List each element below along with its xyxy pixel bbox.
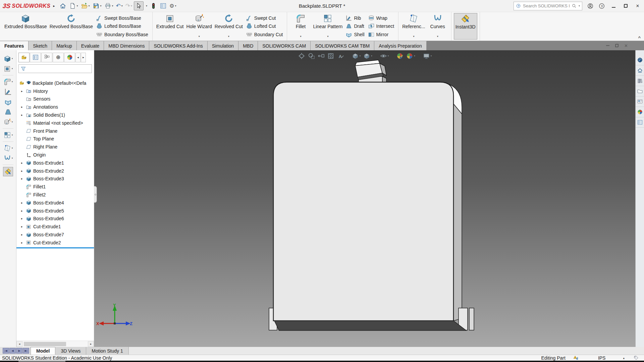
design-library-button[interactable] [636,76,644,86]
ribbon-collapse-button[interactable]: ^ [638,35,641,40]
tree-item-boss-extrude6[interactable]: ▸Boss-Extrude6 [16,215,94,223]
swept-boss-base-button[interactable]: Swept Boss/Base [95,14,149,22]
scrollbar-thumb[interactable] [24,342,66,346]
search-input[interactable]: Search SOLIDWORKS Help ▾ [514,2,582,10]
tab-analysis-preparation[interactable]: Analysis Preparation [374,41,426,50]
lofted-cut-button[interactable]: Lofted Cut [245,22,284,30]
tree-item-boss-extrude4[interactable]: ▸Boss-Extrude4 [16,199,94,207]
shell-button[interactable]: Shell [344,31,365,39]
previous-tab-button[interactable]: ◀ [9,348,16,354]
last-tab-button[interactable]: ▶| [23,348,29,354]
rib-shortcut-button[interactable] [3,87,13,96]
tree-item-boss-extrude5[interactable]: ▸Boss-Extrude5 [16,207,94,215]
options-button[interactable]: ⚙▾ [168,3,177,9]
display-manager-tab[interactable] [64,53,75,62]
rebuild-status-icon[interactable] [573,355,579,361]
tab-solidworks-add-ins[interactable]: SOLIDWORKS Add-Ins [149,41,207,50]
tree-item-right-plane[interactable]: ▸Right Plane [16,143,94,151]
feature-manager-tab[interactable] [18,53,30,62]
chevron-down-icon[interactable]: ▾ [199,34,200,40]
expand-arrow-icon[interactable]: ▸ [21,177,26,180]
dimxpert-manager-tab[interactable]: ⊕ [53,53,64,62]
fillet-button[interactable]: Fillet▾ [289,13,312,40]
configuration-manager-tab[interactable] [41,53,52,62]
tab-motion-study-1[interactable]: Motion Study 1 [86,347,128,355]
select-tool-button[interactable] [134,1,144,10]
restore-button[interactable] [622,3,629,9]
tree-item-boss-extrude7[interactable]: ▸Boss-Extrude7 [16,231,94,239]
first-tab-button[interactable]: |◀ [3,348,9,354]
reference-geometry-button[interactable]: Referenc...▾ [401,13,426,40]
wrap-button[interactable]: Wrap [367,14,395,22]
tree-item-material[interactable]: ▸Material <not specified> [16,119,94,127]
expand-arrow-icon[interactable]: ▸ [21,89,26,93]
tree-item-solid-bodies[interactable]: ▸Solid Bodies(1) [16,111,94,119]
redo-button[interactable]: ↷▾ [124,2,133,9]
tab-solidworks-cam[interactable]: SOLIDWORKS CAM [258,41,311,50]
expand-arrow-icon[interactable]: ▸ [21,209,26,213]
performance-button[interactable] [149,2,158,10]
logo-flyout-arrow-icon[interactable]: ▸ [53,4,55,8]
expand-arrow-icon[interactable]: ▸ [21,233,26,236]
chevron-down-icon[interactable]: ▾ [228,34,229,40]
tree-filter-input[interactable] [18,64,92,73]
unit-caret-icon[interactable]: ▴ [623,356,625,360]
tab-solidworks-cam-tbm[interactable]: SOLIDWORKS CAM TBM [311,41,374,50]
tab-model[interactable]: Model [31,347,55,355]
graphics-viewport[interactable]: ▾ ▾ ▾ ▾ ▾ [94,50,635,347]
extruded-cut-shortcut-button[interactable]: ▾ [3,64,14,73]
expand-arrow-icon[interactable]: ▸ [21,201,26,204]
tab-markup[interactable]: Markup [52,41,77,50]
boundary-cut-button[interactable]: Boundary Cut [245,31,284,39]
tree-item-top-plane[interactable]: ▸Top Plane [16,135,94,143]
expand-arrow-icon[interactable]: ▸ [21,217,26,220]
linear-pattern-button[interactable]: Linear Pattern▾ [312,13,344,40]
tree-item-cut-extrude1[interactable]: ▸Cut-Extrude1 [16,223,94,231]
chevron-down-icon[interactable]: ▾ [327,34,328,40]
mirror-button[interactable]: Mirror [367,31,395,39]
minimize-button[interactable] [610,3,617,9]
draft-button[interactable]: Draft [344,22,365,30]
tab-features[interactable]: Features [0,41,29,50]
child-minimize-icon[interactable] [606,45,609,46]
lofted-boss-base-button[interactable]: Lofted Boss/Base [95,22,149,30]
revolved-boss-base-button[interactable]: Revolved Boss/Base [48,13,94,40]
tree-horizontal-scrollbar[interactable]: ◂ ▸ [16,341,94,347]
tree-item-front-plane[interactable]: ▸Front Plane [16,127,94,135]
unit-system-selector[interactable]: IPS [598,355,606,361]
open-button[interactable]: ▾ [80,2,91,10]
model-backplate[interactable] [94,50,635,347]
hole-wizard-shortcut-button[interactable]: ▾ [3,118,14,126]
tab-mbd-dimensions[interactable]: MBD Dimensions [104,41,149,50]
revolved-cut-button[interactable]: Revolved Cut▾ [213,13,244,40]
tree-item-origin[interactable]: ▸Origin [16,151,94,159]
fillet-shortcut-button[interactable]: ▾ [3,77,14,86]
tree-item-history[interactable]: ▸History [16,87,94,95]
swept-cut-button[interactable]: Swept Cut [245,14,284,22]
tree-root-backplate[interactable]: Backplate (Default<<Defa [16,79,94,87]
property-manager-tab[interactable] [30,53,41,62]
tree-item-cut-extrude2[interactable]: ▸Cut-Extrude2 [16,239,94,247]
reference-geometry-shortcut-button[interactable]: ▾ [3,144,14,153]
expand-arrow-icon[interactable]: ▸ [21,113,26,117]
tree-item-boss-extrude1[interactable]: ▸Boss-Extrude1 [16,159,94,167]
expand-arrow-icon[interactable]: ▸ [21,241,26,244]
chevron-down-icon[interactable]: ▾ [437,34,438,40]
panel-splitter-handle[interactable] [94,186,97,203]
tree-item-boss-extrude2[interactable]: ▸Boss-Extrude2 [16,167,94,175]
intersect-button[interactable]: Intersect [367,22,395,30]
tab-evaluate[interactable]: Evaluate [77,41,104,50]
tree-item-sensors[interactable]: ▸Sensors [16,95,94,103]
search-dropdown-icon[interactable]: ▾ [579,4,580,7]
file-explorer-button[interactable] [636,86,644,97]
next-tab-button[interactable]: ▶ [16,348,22,354]
tree-item-annotations[interactable]: ▸Annotations [16,103,94,111]
display-pane-button[interactable] [159,2,168,10]
tab-mbd[interactable]: MBD [238,41,258,50]
custom-properties-button[interactable] [636,117,644,128]
tree-item-fillet1[interactable]: ▸Fillet1 [16,183,94,191]
tab-scroll-left-button[interactable]: ◂ [75,53,80,62]
close-button[interactable]: × [634,3,641,9]
shell-shortcut-button[interactable] [3,98,13,106]
boundary-boss-base-button[interactable]: Boundary Boss/Base [95,31,149,39]
